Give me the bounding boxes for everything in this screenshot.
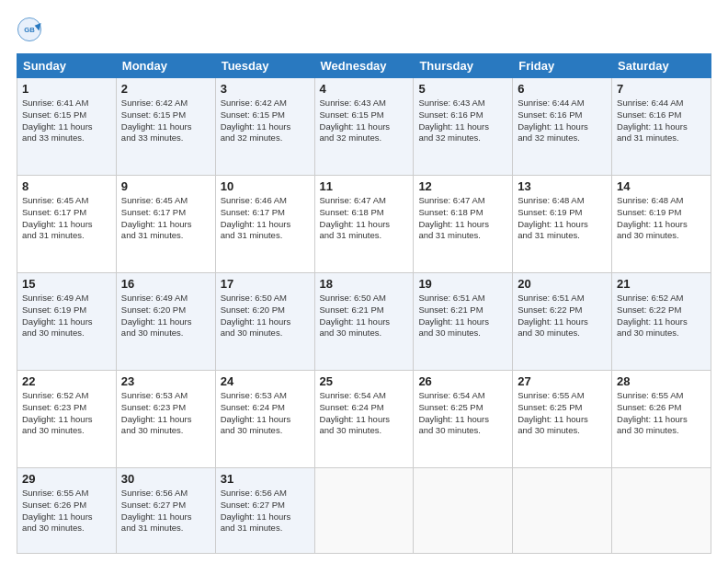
calendar-cell: 29Sunrise: 6:55 AM Sunset: 6:26 PM Dayli… [17,467,117,553]
calendar-cell: 31Sunrise: 6:56 AM Sunset: 6:27 PM Dayli… [215,467,314,553]
day-number: 18 [320,277,409,291]
day-number: 21 [617,277,706,291]
logo: GB [17,17,46,42]
day-info: Sunrise: 6:53 AM Sunset: 6:23 PM Dayligh… [121,390,210,437]
day-info: Sunrise: 6:44 AM Sunset: 6:16 PM Dayligh… [617,98,706,144]
day-number: 12 [418,179,507,193]
calendar-cell: 4Sunrise: 6:43 AM Sunset: 6:15 PM Daylig… [314,78,414,176]
calendar-cell: 16Sunrise: 6:49 AM Sunset: 6:20 PM Dayli… [116,272,215,370]
calendar-cell: 22Sunrise: 6:52 AM Sunset: 6:23 PM Dayli… [17,370,117,467]
day-number: 10 [221,179,310,193]
day-info: Sunrise: 6:50 AM Sunset: 6:20 PM Dayligh… [221,293,310,339]
weekday-header: Friday [513,54,612,78]
calendar-cell: 7Sunrise: 6:44 AM Sunset: 6:16 PM Daylig… [612,78,711,176]
calendar-table: SundayMondayTuesdayWednesdayThursdayFrid… [17,53,711,554]
day-info: Sunrise: 6:42 AM Sunset: 6:15 PM Dayligh… [221,98,310,144]
day-info: Sunrise: 6:51 AM Sunset: 6:21 PM Dayligh… [418,293,507,339]
day-number: 1 [22,82,111,96]
day-info: Sunrise: 6:54 AM Sunset: 6:24 PM Dayligh… [320,390,409,437]
day-info: Sunrise: 6:52 AM Sunset: 6:23 PM Dayligh… [22,390,111,437]
calendar-cell: 9Sunrise: 6:45 AM Sunset: 6:17 PM Daylig… [116,175,215,272]
day-info: Sunrise: 6:56 AM Sunset: 6:27 PM Dayligh… [121,488,210,534]
weekday-header: Thursday [414,54,513,78]
calendar-cell: 26Sunrise: 6:54 AM Sunset: 6:25 PM Dayli… [414,370,513,467]
calendar-cell: 28Sunrise: 6:55 AM Sunset: 6:26 PM Dayli… [612,370,711,467]
day-info: Sunrise: 6:47 AM Sunset: 6:18 PM Dayligh… [320,195,409,242]
day-number: 16 [121,277,210,291]
day-info: Sunrise: 6:55 AM Sunset: 6:26 PM Dayligh… [22,488,111,534]
calendar-cell [513,467,612,553]
calendar-cell: 24Sunrise: 6:53 AM Sunset: 6:24 PM Dayli… [215,370,314,467]
day-info: Sunrise: 6:49 AM Sunset: 6:20 PM Dayligh… [121,293,210,339]
calendar-cell: 11Sunrise: 6:47 AM Sunset: 6:18 PM Dayli… [314,175,414,272]
day-number: 24 [221,374,310,388]
day-number: 2 [121,82,210,96]
calendar-cell: 21Sunrise: 6:52 AM Sunset: 6:22 PM Dayli… [612,272,711,370]
calendar-cell: 13Sunrise: 6:48 AM Sunset: 6:19 PM Dayli… [513,175,612,272]
day-number: 22 [22,374,111,388]
calendar-cell: 25Sunrise: 6:54 AM Sunset: 6:24 PM Dayli… [314,370,414,467]
day-number: 3 [221,82,310,96]
day-number: 29 [22,472,111,486]
day-info: Sunrise: 6:53 AM Sunset: 6:24 PM Dayligh… [221,390,310,437]
day-number: 28 [617,374,706,388]
weekday-header: Wednesday [314,54,414,78]
header: GB [17,17,711,42]
day-number: 25 [320,374,409,388]
calendar-cell: 20Sunrise: 6:51 AM Sunset: 6:22 PM Dayli… [513,272,612,370]
calendar-cell: 15Sunrise: 6:49 AM Sunset: 6:19 PM Dayli… [17,272,117,370]
calendar-cell: 30Sunrise: 6:56 AM Sunset: 6:27 PM Dayli… [116,467,215,553]
day-number: 26 [418,374,507,388]
day-number: 27 [518,374,607,388]
day-info: Sunrise: 6:41 AM Sunset: 6:15 PM Dayligh… [22,98,111,144]
day-number: 17 [221,277,310,291]
day-number: 20 [518,277,607,291]
day-info: Sunrise: 6:56 AM Sunset: 6:27 PM Dayligh… [221,488,310,534]
day-number: 6 [518,82,607,96]
day-number: 13 [518,179,607,193]
calendar-cell: 6Sunrise: 6:44 AM Sunset: 6:16 PM Daylig… [513,78,612,176]
day-info: Sunrise: 6:50 AM Sunset: 6:21 PM Dayligh… [320,293,409,339]
day-info: Sunrise: 6:52 AM Sunset: 6:22 PM Dayligh… [617,293,706,339]
calendar-cell: 19Sunrise: 6:51 AM Sunset: 6:21 PM Dayli… [414,272,513,370]
page: GB SundayMondayTuesdayWednesdayThursdayF… [0,0,728,563]
day-number: 15 [22,277,111,291]
weekday-header: Monday [116,54,215,78]
day-number: 4 [320,82,409,96]
calendar-cell [612,467,711,553]
calendar-cell: 27Sunrise: 6:55 AM Sunset: 6:25 PM Dayli… [513,370,612,467]
calendar-cell: 18Sunrise: 6:50 AM Sunset: 6:21 PM Dayli… [314,272,414,370]
weekday-header: Saturday [612,54,711,78]
day-info: Sunrise: 6:43 AM Sunset: 6:16 PM Dayligh… [418,98,507,144]
day-info: Sunrise: 6:45 AM Sunset: 6:17 PM Dayligh… [121,195,210,242]
calendar-cell: 5Sunrise: 6:43 AM Sunset: 6:16 PM Daylig… [414,78,513,176]
calendar-cell: 2Sunrise: 6:42 AM Sunset: 6:15 PM Daylig… [116,78,215,176]
calendar-cell: 10Sunrise: 6:46 AM Sunset: 6:17 PM Dayli… [215,175,314,272]
day-number: 8 [22,179,111,193]
day-number: 23 [121,374,210,388]
day-info: Sunrise: 6:51 AM Sunset: 6:22 PM Dayligh… [518,293,607,339]
day-info: Sunrise: 6:47 AM Sunset: 6:18 PM Dayligh… [418,195,507,242]
day-info: Sunrise: 6:54 AM Sunset: 6:25 PM Dayligh… [418,390,507,437]
calendar-cell: 14Sunrise: 6:48 AM Sunset: 6:19 PM Dayli… [612,175,711,272]
calendar-cell [414,467,513,553]
day-info: Sunrise: 6:43 AM Sunset: 6:15 PM Dayligh… [320,98,409,144]
calendar-cell [314,467,414,553]
svg-text:GB: GB [24,26,35,34]
day-info: Sunrise: 6:49 AM Sunset: 6:19 PM Dayligh… [22,293,111,339]
day-number: 5 [418,82,507,96]
calendar-cell: 12Sunrise: 6:47 AM Sunset: 6:18 PM Dayli… [414,175,513,272]
weekday-header: Sunday [17,54,117,78]
calendar-cell: 8Sunrise: 6:45 AM Sunset: 6:17 PM Daylig… [17,175,117,272]
day-info: Sunrise: 6:44 AM Sunset: 6:16 PM Dayligh… [518,98,607,144]
day-number: 31 [221,472,310,486]
day-number: 7 [617,82,706,96]
day-info: Sunrise: 6:55 AM Sunset: 6:25 PM Dayligh… [518,390,607,437]
day-number: 11 [320,179,409,193]
day-info: Sunrise: 6:45 AM Sunset: 6:17 PM Dayligh… [22,195,111,242]
day-number: 14 [617,179,706,193]
day-number: 9 [121,179,210,193]
logo-icon: GB [17,17,42,42]
day-info: Sunrise: 6:48 AM Sunset: 6:19 PM Dayligh… [617,195,706,242]
day-info: Sunrise: 6:55 AM Sunset: 6:26 PM Dayligh… [617,390,706,437]
